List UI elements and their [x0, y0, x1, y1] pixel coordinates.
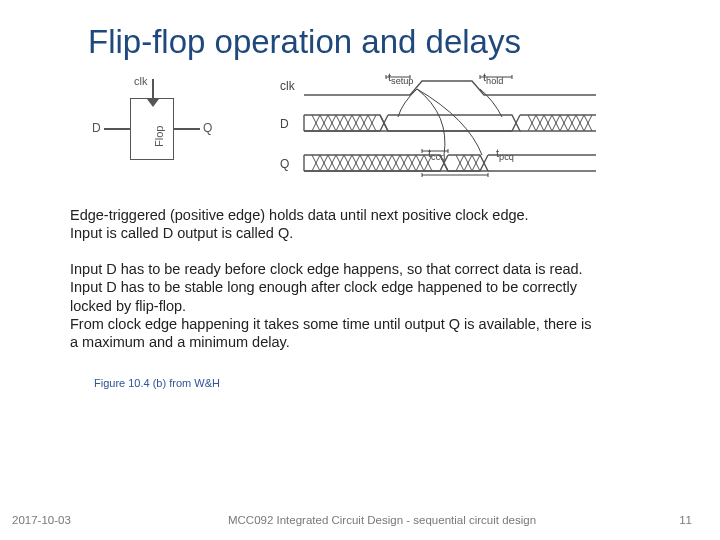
body-text: Edge-triggered (positive edge) holds dat… — [70, 206, 666, 351]
flop-box: Flop — [130, 98, 174, 160]
d-wire — [104, 128, 130, 130]
para2-line3: locked by flip-flop. — [70, 297, 666, 315]
slide: Flip-flop operation and delays clk Flop … — [0, 0, 720, 540]
d-label: D — [92, 121, 101, 135]
slide-footer: 2017-10-03 MCC092 Integrated Circuit Des… — [0, 514, 720, 526]
para1-line2: Input is called D output is called Q. — [70, 224, 666, 242]
slide-title: Flip-flop operation and delays — [88, 23, 690, 61]
flipflop-block-diagram: clk Flop D Q — [90, 73, 220, 178]
footer-page-number: 11 — [662, 514, 692, 526]
figure-reference: Figure 10.4 (b) from W&H — [94, 377, 690, 389]
footer-date: 2017-10-03 — [12, 514, 102, 526]
clk-label: clk — [134, 75, 147, 87]
para2-line5: a maximum and a minimum delay. — [70, 333, 666, 351]
clock-triangle-icon — [147, 99, 159, 107]
footer-course: MCC092 Integrated Circuit Design - seque… — [102, 514, 662, 526]
timing-waveforms — [280, 73, 610, 188]
q-label: Q — [203, 121, 212, 135]
clk-wire — [152, 79, 154, 98]
flop-text: Flop — [153, 126, 165, 147]
q-wire — [174, 128, 200, 130]
para2-line2: Input D has to be stable long enough aft… — [70, 278, 666, 296]
para2-line4: From clock edge happening it takes some … — [70, 315, 666, 333]
para1-line1: Edge-triggered (positive edge) holds dat… — [70, 206, 666, 224]
para2-line1: Input D has to be ready before clock edg… — [70, 260, 666, 278]
diagrams-row: clk Flop D Q clk D Q tsetup thold tccq t… — [90, 73, 690, 188]
timing-diagram: clk D Q tsetup thold tccq tpcq — [280, 73, 610, 188]
